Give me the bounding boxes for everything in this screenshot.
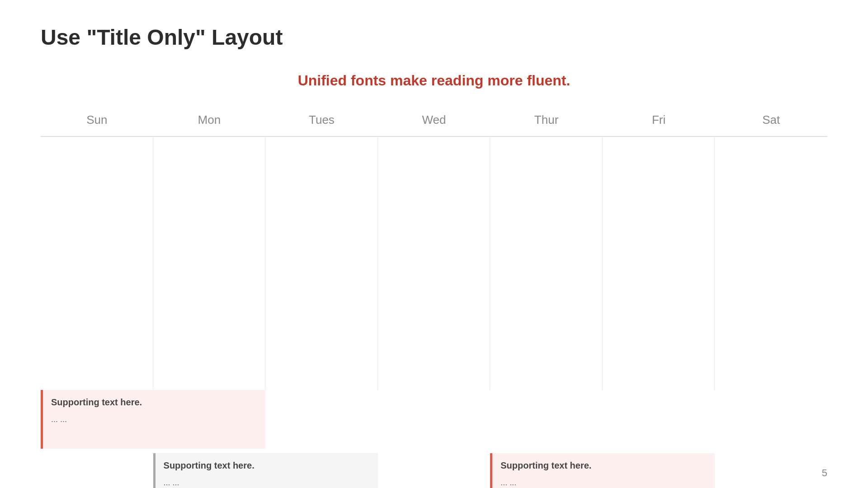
event-title-event3: Supporting text here. [500, 460, 708, 471]
calendar-col-wed [378, 137, 491, 390]
calendar-header: SunMonTuesWedThurFriSat [41, 108, 827, 136]
page-number: 5 [822, 467, 827, 479]
calendar-col-mon [153, 137, 266, 390]
event-card-event1: Supporting text here.... ... [41, 390, 265, 449]
day-header-wed: Wed [378, 108, 491, 131]
calendar-col-sat [715, 137, 827, 390]
page-title: Use "Title Only" Layout [41, 25, 283, 50]
day-header-tues: Tues [265, 108, 378, 131]
event-dots-event3: ... ... [500, 478, 708, 488]
event-card-event3: Supporting text here.... ... [490, 453, 715, 488]
calendar: SunMonTuesWedThurFriSat Supporting text … [41, 108, 827, 461]
day-header-fri: Fri [603, 108, 715, 131]
event-dots-event1: ... ... [51, 415, 259, 424]
calendar-col-tues [265, 137, 378, 390]
events-overlay: Supporting text here.... ...Supporting t… [41, 390, 827, 488]
day-header-thur: Thur [490, 108, 603, 131]
event-dots-event2: ... ... [164, 478, 372, 488]
event-title-event1: Supporting text here. [51, 397, 259, 408]
event-card-event2: Supporting text here.... ... [153, 453, 378, 488]
event-title-event2: Supporting text here. [164, 460, 372, 471]
day-header-mon: Mon [153, 108, 266, 131]
subtitle: Unified fonts make reading more fluent. [0, 72, 868, 89]
day-header-sun: Sun [41, 108, 153, 131]
calendar-col-fri [603, 137, 715, 390]
day-header-sat: Sat [715, 108, 827, 131]
calendar-col-sun [41, 137, 153, 390]
calendar-body [41, 136, 827, 390]
calendar-col-thur [490, 137, 603, 390]
